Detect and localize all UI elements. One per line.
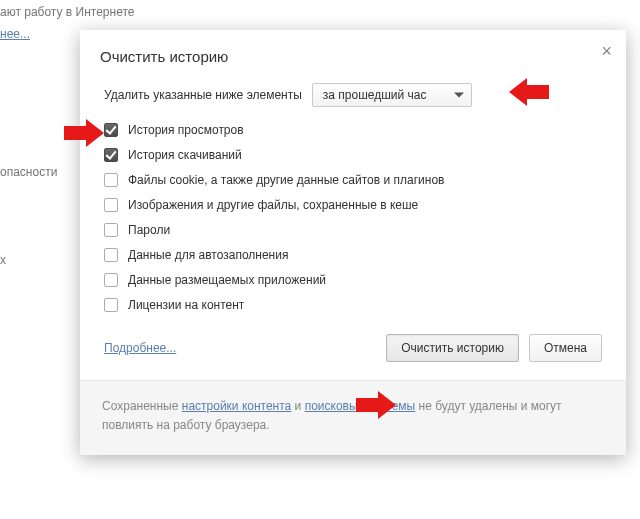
dialog-title: Очистить историю — [100, 48, 606, 65]
checkbox-label: Данные размещаемых приложений — [128, 273, 326, 287]
bg-link-more[interactable]: нее... — [0, 27, 30, 41]
checkbox-item[interactable]: Данные для автозаполнения — [104, 248, 602, 262]
checkbox-label: Пароли — [128, 223, 170, 237]
more-link[interactable]: Подробнее... — [104, 341, 176, 355]
button-row: Очистить историю Отмена — [386, 334, 602, 362]
checkbox[interactable] — [104, 173, 118, 187]
checkbox-item[interactable]: Лицензии на контент — [104, 298, 602, 312]
close-icon: × — [601, 41, 612, 61]
checkbox[interactable] — [104, 148, 118, 162]
bg-text-1: ают работу в Интернете — [0, 5, 134, 19]
checkbox-item[interactable]: История просмотров — [104, 123, 602, 137]
footer-text-2: и — [291, 399, 304, 413]
close-button[interactable]: × — [601, 42, 612, 60]
checkbox[interactable] — [104, 273, 118, 287]
checkbox-label: История скачиваний — [128, 148, 242, 162]
dialog-header: Очистить историю × — [80, 30, 626, 73]
bg-text-x: x — [0, 253, 6, 267]
checkbox-label: Файлы cookie, а также другие данные сайт… — [128, 173, 444, 187]
checkbox-label: Лицензии на контент — [128, 298, 244, 312]
checkbox-item[interactable]: Изображения и другие файлы, сохраненные … — [104, 198, 602, 212]
checkbox-label: История просмотров — [128, 123, 244, 137]
checkbox-list: История просмотровИстория скачиванийФайл… — [104, 123, 602, 312]
checkbox[interactable] — [104, 123, 118, 137]
bg-text-security: опасности — [0, 165, 57, 179]
prompt-text: Удалить указанные ниже элементы — [104, 88, 302, 102]
checkbox-label: Изображения и другие файлы, сохраненные … — [128, 198, 418, 212]
checkbox[interactable] — [104, 198, 118, 212]
checkbox-item[interactable]: Данные размещаемых приложений — [104, 273, 602, 287]
checkbox[interactable] — [104, 248, 118, 262]
checkbox-item[interactable]: История скачиваний — [104, 148, 602, 162]
dialog-body: Удалить указанные ниже элементы за проше… — [80, 73, 626, 380]
clear-history-button[interactable]: Очистить историю — [386, 334, 519, 362]
bottom-row: Подробнее... Очистить историю Отмена — [104, 334, 602, 362]
cancel-button[interactable]: Отмена — [529, 334, 602, 362]
time-range-select-wrap: за прошедший час — [312, 83, 472, 107]
checkbox-item[interactable]: Пароли — [104, 223, 602, 237]
checkbox[interactable] — [104, 223, 118, 237]
checkbox-item[interactable]: Файлы cookie, а также другие данные сайт… — [104, 173, 602, 187]
time-range-select[interactable]: за прошедший час — [312, 83, 472, 107]
checkbox[interactable] — [104, 298, 118, 312]
footer-text-1: Сохраненные — [102, 399, 182, 413]
footer-link-content-settings[interactable]: настройки контента — [182, 399, 292, 413]
dialog-footer: Сохраненные настройки контента и поисков… — [80, 380, 626, 455]
checkbox-label: Данные для автозаполнения — [128, 248, 288, 262]
